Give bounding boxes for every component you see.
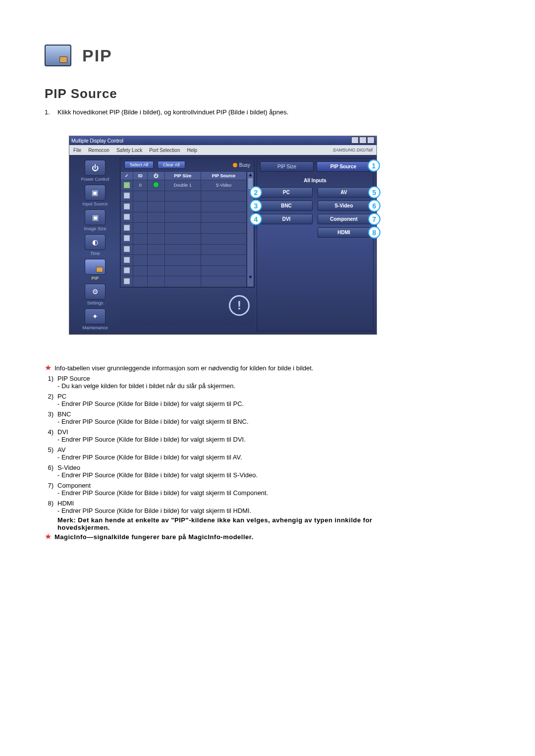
callout-1: 1 <box>368 159 380 172</box>
row-id: 0 <box>133 180 148 191</box>
note-title: HDMI <box>57 500 74 507</box>
row-pip-size: Double 1 <box>164 180 201 191</box>
note-num: 8) <box>45 500 54 531</box>
menu-port-selection[interactable]: Port Selection <box>149 148 180 153</box>
star-icon: ★ <box>45 533 52 540</box>
sidebar-item-settings[interactable]: ⚙Settings <box>85 284 106 305</box>
sidebar-label: Power Control <box>81 177 109 182</box>
table-row[interactable] <box>121 255 247 266</box>
btn-bnc[interactable]: BNC <box>260 201 313 211</box>
callout-3: 3 <box>250 200 262 212</box>
merk-note: Merk: Det kan hende at enkelte av "PIP"-… <box>57 516 401 531</box>
col-pip-size: PIP Size <box>164 172 201 180</box>
note-title: PIP Source <box>57 375 90 382</box>
sidebar-item-power[interactable]: ⏻Power Control <box>81 160 109 182</box>
brand-label: SAMSUNG DIGITall <box>333 148 373 152</box>
note-num: 6) <box>45 464 54 479</box>
col-check: ✓ <box>121 172 133 180</box>
time-icon: ◐ <box>85 234 106 250</box>
display-table: ✓ ID ⏻ PIP Size PIP Source ✓ 0 Double 1 … <box>120 171 247 287</box>
sidebar-item-pip[interactable]: PIP <box>85 259 106 281</box>
row-check[interactable]: ✓ <box>121 180 133 191</box>
sidebar-item-time[interactable]: ◐Time <box>85 234 106 256</box>
star-note-1: ★ Info-tabellen viser grunnleggende info… <box>45 364 401 372</box>
tab-pip-size[interactable]: PIP Size <box>260 161 314 172</box>
titlebar: Multiple Display Control <box>69 136 376 145</box>
callout-4: 4 <box>250 213 262 225</box>
callout-8: 8 <box>368 226 380 239</box>
callout-2: 2 <box>250 186 262 199</box>
tab-pip-source[interactable]: PIP Source <box>317 161 370 172</box>
btn-component[interactable]: Component <box>318 214 370 224</box>
all-inputs-label: All Inputs <box>260 178 370 183</box>
sidebar-item-input[interactable]: ▣Input Source <box>82 185 107 206</box>
row-pip-source: S-Video <box>201 180 246 191</box>
sidebar-label: Input Source <box>82 202 107 206</box>
menu-remocon[interactable]: Remocon <box>88 148 109 153</box>
note-title: DVI <box>57 428 68 436</box>
table-row[interactable] <box>121 276 247 287</box>
table-row[interactable]: ✓ 0 Double 1 S-Video <box>121 180 247 191</box>
btn-dvi[interactable]: DVI <box>260 214 313 224</box>
page-title-row: PIP <box>45 45 401 66</box>
select-all-button[interactable]: Select All <box>124 161 154 169</box>
table-row[interactable] <box>121 191 247 202</box>
sidebar-label: PIP <box>92 276 99 281</box>
power-icon: ⏻ <box>85 160 106 176</box>
btn-svideo[interactable]: S-Video <box>318 201 370 211</box>
sidebar-label: Time <box>90 251 100 256</box>
note-num: 4) <box>45 428 54 443</box>
window-buttons[interactable] <box>351 137 374 145</box>
table-row[interactable] <box>121 223 247 234</box>
sidebar-label: Maintenance <box>82 325 108 330</box>
busy-indicator: Busy <box>233 162 250 168</box>
window-title: Multiple Display Control <box>71 138 123 144</box>
scroll-down-icon[interactable]: ▼ <box>247 274 254 280</box>
note-title: PC <box>57 393 66 400</box>
menu-file[interactable]: File <box>73 148 81 153</box>
footer-panel: ! <box>120 290 255 325</box>
sidebar: ⏻Power Control ▣Input Source ▣Image Size… <box>72 158 118 331</box>
menu-help[interactable]: Help <box>187 148 197 153</box>
note-title: BNC <box>57 410 71 418</box>
callout-5: 5 <box>368 186 380 199</box>
sidebar-label: Image Size <box>84 226 106 231</box>
maintenance-icon: ✦ <box>85 308 106 324</box>
btn-pc[interactable]: PC <box>260 187 313 198</box>
star-note-text: Info-tabellen viser grunnleggende inform… <box>54 364 313 372</box>
table-row[interactable] <box>121 265 247 276</box>
note-title: Component <box>57 482 91 489</box>
note-num: 1) <box>45 375 54 390</box>
sidebar-item-image-size[interactable]: ▣Image Size <box>84 209 106 231</box>
row-power <box>148 180 164 191</box>
menu-safety-lock[interactable]: Safety Lock <box>116 148 142 153</box>
callout-6: 6 <box>368 200 380 212</box>
note-num: 3) <box>45 410 54 425</box>
table-row[interactable] <box>121 202 247 212</box>
table-row[interactable] <box>121 244 247 255</box>
clear-all-button[interactable]: Clear All <box>158 161 185 169</box>
page-title: PIP <box>82 46 112 65</box>
table-row[interactable] <box>121 234 247 245</box>
busy-label: Busy <box>239 162 250 168</box>
btn-hdmi[interactable]: HDMI <box>318 227 370 238</box>
note-desc: - Endrer PIP Source (Kilde for Bilde i b… <box>57 507 251 514</box>
sidebar-item-maintenance[interactable]: ✦Maintenance <box>82 308 108 330</box>
intro-text: Klikk hovedikonet PIP (Bilde i bildet), … <box>57 108 288 116</box>
right-panel: PIP Size PIP Source 1 All Inputs PC 2 AV… <box>257 158 374 331</box>
scroll-up-icon[interactable]: ▲ <box>247 172 254 177</box>
note-num: 5) <box>45 446 54 461</box>
menubar: File Remocon Safety Lock Port Selection … <box>69 145 376 155</box>
star-note-text: MagicInfo—signalkilde fungerer bare på M… <box>54 533 254 541</box>
note-title: S-Video <box>57 464 80 471</box>
info-icon[interactable]: ! <box>229 295 250 316</box>
size-icon: ▣ <box>85 209 106 225</box>
note-desc: - Endrer PIP Source (Kilde for Bilde i b… <box>57 400 244 407</box>
note-title: AV <box>57 446 65 454</box>
btn-av[interactable]: AV <box>318 187 370 198</box>
note-num: 7) <box>45 482 54 497</box>
note-desc: - Du kan velge kilden for bildet i bilde… <box>57 382 235 390</box>
note-desc: - Endrer PIP Source (Kilde for Bilde i b… <box>57 436 246 443</box>
table-row[interactable] <box>121 212 247 223</box>
intro-number: 1. <box>45 108 54 116</box>
